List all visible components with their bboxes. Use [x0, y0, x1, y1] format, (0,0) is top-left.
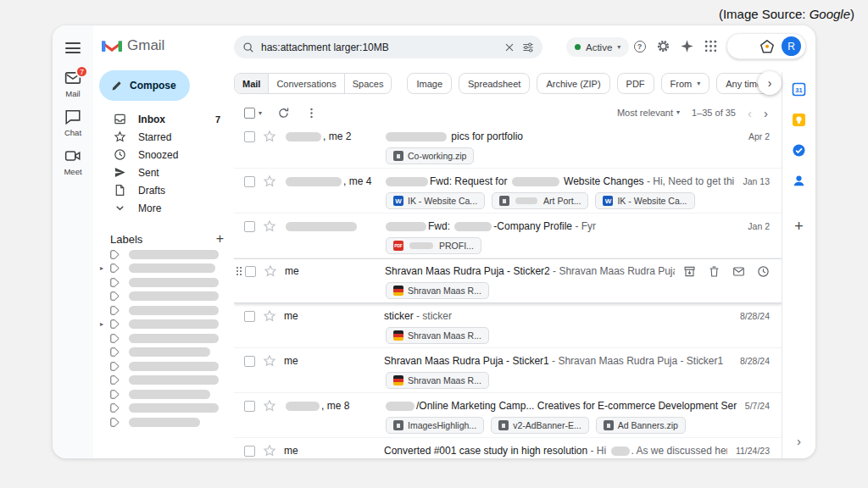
email-checkbox[interactable]	[244, 356, 255, 367]
sidebar-label[interactable]	[93, 275, 234, 290]
sidebar-label[interactable]	[93, 303, 234, 318]
expand-arrow-icon[interactable]: ▸	[100, 264, 109, 272]
sidebar-label[interactable]	[93, 346, 234, 360]
email-row[interactable]: mesticker - sticker8/28/24Shravan Maas R…	[234, 303, 782, 348]
status-chip[interactable]: Active ▾	[566, 37, 629, 57]
drag-handle[interactable]	[236, 266, 242, 276]
filter-chip-image[interactable]: Image	[407, 73, 452, 94]
keep-icon[interactable]	[792, 113, 806, 127]
tasks-icon[interactable]	[792, 143, 806, 158]
select-dropdown-icon[interactable]: ▾	[259, 109, 262, 117]
refresh-icon[interactable]	[277, 107, 290, 119]
clear-search-icon[interactable]	[504, 42, 515, 53]
attachment-chip[interactable]: ImagesHighligh...	[386, 417, 484, 434]
attachment-chip[interactable]: WIK - Website Ca...	[386, 192, 485, 209]
star-icon[interactable]	[263, 354, 276, 368]
older-page-icon[interactable]: ›	[764, 106, 768, 120]
attachment-chip[interactable]: Shravan Maas R...	[386, 372, 489, 389]
filter-chip-pdf[interactable]: PDF	[617, 73, 654, 94]
sidebar-item-drafts[interactable]: Drafts	[93, 181, 234, 199]
email-row[interactable]: meShravan Maas Rudra Puja - Sticker2 - S…	[234, 258, 782, 303]
email-row[interactable]: Fwd: -Company Profile - FyrJan 2PDFPROFI…	[234, 214, 782, 258]
main-menu-icon[interactable]	[65, 42, 81, 57]
attachment-chip[interactable]: Shravan Maas R...	[386, 327, 489, 344]
attachment-chip[interactable]: WIK - Website Ca...	[595, 192, 694, 209]
attachment-chip[interactable]: Ad Banners.zip	[596, 417, 686, 434]
newer-page-icon[interactable]: ‹	[748, 106, 752, 120]
more-options-icon[interactable]	[305, 107, 318, 119]
star-icon[interactable]	[263, 175, 276, 188]
attachment-chip[interactable]: Art Port...	[492, 192, 588, 209]
rail-item-meet[interactable]: Meet	[64, 147, 81, 176]
sidebar-item-sent[interactable]: Sent	[93, 164, 234, 181]
sidebar-label[interactable]	[93, 247, 234, 262]
email-row[interactable]: meConverted #001 case study in high reso…	[234, 438, 782, 458]
settings-icon[interactable]	[656, 39, 670, 53]
sidebar-label[interactable]	[93, 387, 234, 402]
help-icon[interactable]: ?	[632, 39, 647, 53]
mark-unread-icon[interactable]	[732, 265, 745, 278]
search-options-icon[interactable]	[522, 42, 534, 53]
rail-item-chat[interactable]: Chat	[64, 108, 81, 137]
calendar-icon[interactable]: 31	[792, 82, 806, 97]
sidebar-label[interactable]	[93, 290, 234, 304]
chips-scroll-button[interactable]: ›	[758, 71, 782, 95]
hide-side-panel-icon[interactable]: ›	[782, 434, 815, 448]
email-checkbox[interactable]	[244, 176, 255, 187]
search-icon[interactable]	[242, 42, 254, 53]
tab-mail[interactable]: Mail	[235, 74, 269, 93]
select-all-checkbox[interactable]	[244, 108, 255, 119]
snooze-icon[interactable]	[757, 265, 770, 278]
archive-icon[interactable]	[683, 265, 696, 278]
contacts-icon[interactable]	[792, 174, 806, 188]
attachment-chip[interactable]: Shravan Maas R...	[386, 282, 489, 299]
compose-button[interactable]: Compose	[99, 70, 190, 101]
search-bar[interactable]: has:attachment larger:10MB	[234, 36, 542, 58]
star-icon[interactable]	[263, 309, 276, 323]
sidebar-item-starred[interactable]: Starred	[93, 128, 234, 146]
attachment-chip[interactable]: Co-working.zip	[386, 147, 474, 164]
email-checkbox[interactable]	[244, 131, 255, 142]
email-checkbox[interactable]	[244, 221, 255, 232]
email-row[interactable]: , me 4Fwd: Request for Website Changes -…	[234, 169, 782, 214]
sidebar-item-snoozed[interactable]: Snoozed	[93, 146, 234, 164]
avatar[interactable]: R	[782, 36, 801, 56]
google-apps-grid-icon[interactable]	[704, 39, 718, 53]
sidebar-item-inbox[interactable]: Inbox7	[93, 110, 234, 128]
tab-spaces[interactable]: Spaces	[345, 74, 392, 93]
star-icon[interactable]	[264, 264, 277, 278]
delete-icon[interactable]	[708, 265, 721, 278]
sidebar-item-more[interactable]: More	[93, 199, 234, 217]
tab-conversations[interactable]: Conversations	[269, 74, 344, 93]
star-icon[interactable]	[263, 444, 276, 458]
attachment-chip[interactable]: v2-AdBanner-E...	[491, 417, 589, 434]
star-icon[interactable]	[263, 130, 276, 143]
email-checkbox[interactable]	[245, 266, 256, 277]
gmail-logo[interactable]: Gmail	[102, 37, 164, 54]
add-addon-icon[interactable]: +	[782, 218, 815, 236]
email-row[interactable]: , me 2 pics for portfolioApr 2Co-working…	[234, 124, 782, 169]
star-icon[interactable]	[263, 399, 276, 413]
sidebar-label[interactable]: ▸	[93, 262, 234, 276]
attachment-chip[interactable]: PDFPROFI...	[386, 237, 481, 254]
sidebar-label[interactable]	[93, 374, 234, 388]
email-checkbox[interactable]	[244, 311, 255, 322]
sidebar-label[interactable]	[93, 402, 234, 416]
rail-item-mail[interactable]: 7Mail	[64, 69, 81, 98]
email-checkbox[interactable]	[244, 446, 255, 457]
create-label-icon[interactable]: +	[216, 231, 224, 247]
star-icon[interactable]	[263, 219, 276, 233]
filter-chip-from[interactable]: From▾	[661, 73, 710, 94]
sidebar-label[interactable]	[93, 331, 234, 346]
expand-arrow-icon[interactable]: ▸	[100, 320, 109, 328]
badge-icon[interactable]	[760, 39, 775, 54]
sort-selector[interactable]: Most relevant▾	[617, 108, 680, 118]
sidebar-label[interactable]: ▸	[93, 318, 234, 332]
email-row[interactable]: meShravan Maas Rudra Puja - Sticker1 - S…	[234, 348, 782, 393]
filter-chip-archive-zip-[interactable]: Archive (ZIP)	[537, 73, 609, 94]
filter-chip-spreadsheet[interactable]: Spreadsheet	[459, 73, 530, 94]
gemini-sparkle-icon[interactable]	[680, 39, 694, 53]
search-input[interactable]: has:attachment larger:10MB	[261, 42, 497, 53]
email-row[interactable]: , me 8/Online Marketing Camp... Creative…	[234, 393, 782, 438]
sidebar-label[interactable]	[93, 415, 234, 430]
